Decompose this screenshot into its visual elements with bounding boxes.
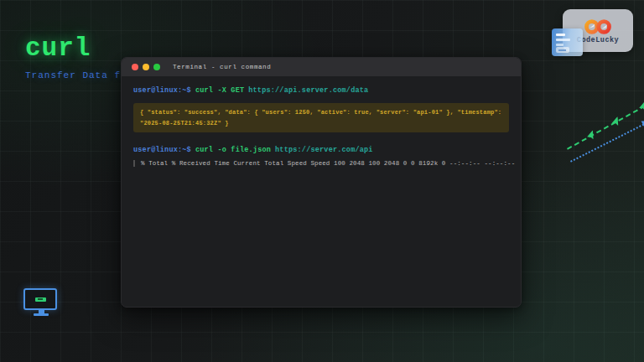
- request-url: https://api.server.com/data: [248, 86, 368, 95]
- terminal-titlebar[interactable]: Terminal - curl command: [122, 58, 521, 76]
- close-button[interactable]: [132, 64, 138, 70]
- progress-output: % Total % Received Time Current Total Sp…: [133, 160, 509, 167]
- command-line-2: user@linux:~$curl -o file.jsonhttps://se…: [133, 146, 509, 154]
- terminal-window: Terminal - curl command user@linux:~$cur…: [121, 57, 522, 308]
- paper-plane-icon: [585, 130, 597, 142]
- command-line-1: user@linux:~$curl -X GEThttps://api.serv…: [133, 86, 509, 95]
- terminal-body[interactable]: user@linux:~$curl -X GEThttps://api.serv…: [122, 76, 521, 177]
- arrowhead-icon: [641, 117, 644, 128]
- window-title: Terminal - curl command: [173, 64, 271, 70]
- json-response-output: { "status": "success", "data": { "users"…: [133, 103, 509, 132]
- monitor-icon: [23, 288, 59, 318]
- background: curl Transfer Data from Terminal - curl …: [0, 0, 644, 362]
- curl-command: curl -X GET: [195, 86, 244, 95]
- shell-prompt: user@linux:~$: [133, 146, 191, 154]
- card-line: [556, 39, 570, 41]
- card-line: [556, 44, 564, 46]
- request-url: https://server.com/api: [275, 146, 373, 154]
- shell-prompt: user@linux:~$: [133, 86, 191, 95]
- infinity-logo-icon: [583, 18, 613, 35]
- minimize-button[interactable]: [143, 64, 149, 70]
- monitor-screen: [23, 288, 57, 310]
- terminal-cursor-glyph: [35, 297, 46, 302]
- maximize-button[interactable]: [153, 64, 160, 70]
- browser-card-icon: [552, 28, 583, 56]
- card-line: [556, 34, 565, 36]
- paper-plane-icon: [610, 116, 622, 128]
- card-button: [556, 47, 569, 53]
- monitor-base: [34, 313, 49, 316]
- curl-command: curl -o file.json: [195, 146, 271, 154]
- paper-plane-icon: [637, 101, 644, 113]
- brand-name: CodeLucky: [577, 36, 619, 44]
